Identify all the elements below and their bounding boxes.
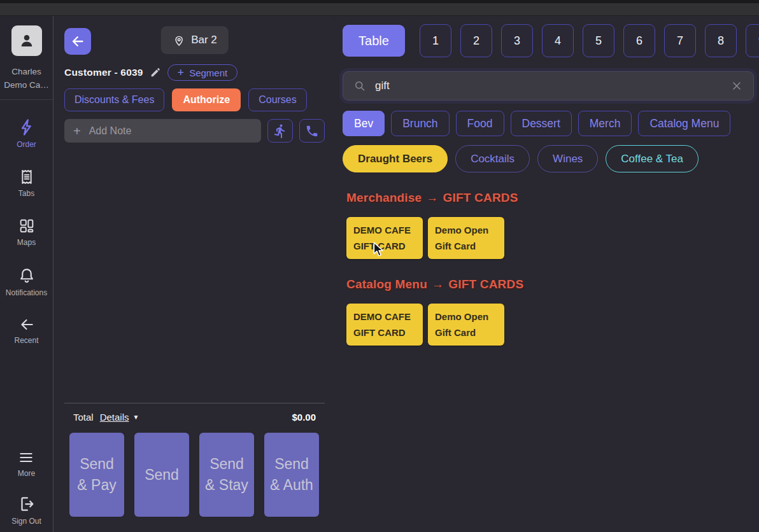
seat-5-button[interactable]: 5 (583, 24, 614, 57)
segment-label: Segment (189, 67, 227, 78)
add-note-placeholder: Add Note (89, 125, 132, 137)
phone-button[interactable] (299, 119, 325, 143)
tab-food[interactable]: Food (456, 111, 504, 136)
result-heading-merchandise: Merchandise → GIFT CARDS (346, 191, 759, 205)
customer-row: Customer - 6039 + Segment (64, 65, 325, 80)
sidebar-bottom: More Sign Out (11, 449, 41, 532)
pill-draught-beers[interactable]: Draught Beers (343, 145, 448, 172)
seat-8-button[interactable]: 8 (705, 24, 737, 57)
sidebar: Charles Demo Ca… Order Tabs Maps (0, 16, 53, 532)
sidebar-item-more[interactable]: More (16, 449, 36, 478)
sidebar-item-tabs[interactable]: Tabs (18, 168, 36, 198)
profile-button[interactable]: Charles Demo Ca… (0, 16, 53, 100)
discounts-fees-button[interactable]: Discounts & Fees (64, 88, 164, 111)
avatar (11, 25, 42, 56)
seat-7-button[interactable]: 7 (664, 24, 696, 57)
running-person-icon (273, 123, 288, 139)
sidebar-item-notifications[interactable]: Notifications (6, 266, 47, 297)
sidebar-item-label: Order (17, 140, 36, 149)
search-icon (353, 80, 366, 92)
send-pay-button[interactable]: Send & Pay (69, 433, 124, 517)
category-tabs: Bev Brunch Food Dessert Merch Catalog Me… (343, 111, 759, 136)
arrow-right-icon: → (426, 191, 438, 205)
profile-name: Charles Demo Ca… (4, 65, 49, 92)
add-segment-button[interactable]: + Segment (167, 64, 238, 81)
send-stay-button[interactable]: Send & Stay (199, 433, 254, 517)
phone-icon (305, 124, 319, 138)
authorize-button[interactable]: Authorize (172, 88, 241, 111)
result-target: GIFT CARDS (443, 191, 518, 205)
clear-search-icon[interactable] (730, 80, 743, 92)
result-category: Catalog Menu (346, 277, 427, 291)
seat-3-button[interactable]: 3 (501, 24, 533, 57)
sidebar-item-label: Notifications (6, 288, 47, 297)
location-pin-icon (172, 34, 185, 47)
chevron-down-icon[interactable]: ▼ (133, 414, 139, 421)
tab-bev[interactable]: Bev (343, 111, 385, 136)
result-heading-catalog-menu: Catalog Menu → GIFT CARDS (346, 277, 759, 291)
seat-2-button[interactable]: 2 (460, 24, 492, 57)
sidebar-item-label: Recent (14, 336, 38, 345)
seat-4-button[interactable]: 4 (542, 24, 574, 57)
bell-icon (17, 266, 36, 285)
table-button[interactable]: Table (343, 25, 405, 57)
sidebar-item-label: Tabs (18, 189, 34, 198)
plus-icon: + (73, 125, 81, 137)
back-button[interactable] (64, 28, 91, 55)
tab-merch[interactable]: Merch (578, 111, 632, 136)
sidebar-item-order[interactable]: Order (17, 118, 36, 149)
sidebar-item-signout[interactable]: Sign Out (11, 494, 41, 526)
details-toggle[interactable]: Details (100, 412, 129, 423)
demo-open-gift-card-button[interactable]: Demo Open Gift Card (428, 304, 504, 346)
demo-cafe-gift-card-button[interactable]: DEMO CAFE GIFT CARD (346, 217, 423, 259)
demo-cafe-gift-card-button[interactable]: DEMO CAFE GIFT CARD (346, 304, 423, 346)
courses-button[interactable]: Courses (248, 88, 307, 111)
sidebar-item-label: Sign Out (11, 517, 41, 526)
grid-icon (18, 217, 36, 235)
pill-cocktails[interactable]: Cocktails (455, 145, 530, 172)
seat-9-button[interactable]: 9 (746, 24, 759, 57)
plus-icon: + (178, 67, 185, 78)
send-actions: Send & Pay Send Send & Stay Send & Auth (64, 433, 325, 517)
seat-6-button[interactable]: 6 (623, 24, 655, 57)
send-button[interactable]: Send (134, 433, 189, 517)
tab-brunch[interactable]: Brunch (391, 111, 449, 136)
pill-wines[interactable]: Wines (537, 145, 598, 172)
search-input[interactable] (375, 80, 721, 92)
add-note-input[interactable]: + Add Note (64, 119, 261, 143)
sidebar-item-recent[interactable]: Recent (14, 316, 38, 345)
menu-icon (16, 449, 36, 466)
demo-open-gift-card-button[interactable]: Demo Open Gift Card (428, 217, 504, 259)
seat-1-button[interactable]: 1 (420, 24, 451, 57)
person-icon (17, 31, 36, 50)
edit-pencil-icon[interactable] (150, 67, 161, 78)
runner-button[interactable] (267, 119, 293, 143)
order-items-area (64, 143, 325, 403)
send-auth-button[interactable]: Send & Auth (264, 433, 319, 517)
order-panel: Bar 2 Customer - 6039 + Segment Discount… (54, 16, 334, 532)
window-chrome-bar (0, 0, 759, 16)
menu-panel: Table 1 2 3 4 5 6 7 8 9 Bev Brunch Food … (335, 16, 759, 532)
receipt-icon (18, 168, 36, 186)
sidebar-nav: Order Tabs Maps Notifications (6, 118, 47, 345)
search-bar (343, 71, 754, 101)
arrow-right-icon: → (432, 277, 444, 291)
divider (64, 403, 325, 403)
tab-dessert[interactable]: Dessert (511, 111, 572, 136)
sign-out-icon (16, 494, 36, 514)
arrow-left-icon (17, 316, 36, 333)
pill-coffee-tea[interactable]: Coffee & Tea (606, 145, 699, 172)
customer-label: Customer - 6039 (64, 67, 143, 78)
sidebar-item-maps[interactable]: Maps (17, 217, 36, 247)
subcategory-pills: Draught Beers Cocktails Wines Coffee & T… (343, 145, 759, 172)
note-row: + Add Note (64, 119, 325, 143)
result-target: GIFT CARDS (448, 277, 523, 291)
total-row: Total Details ▼ $0.00 (64, 409, 325, 424)
tab-catalog-menu[interactable]: Catalog Menu (638, 111, 730, 136)
sidebar-item-label: Maps (17, 238, 36, 247)
location-button[interactable]: Bar 2 (160, 26, 229, 54)
seat-selector: Table 1 2 3 4 5 6 7 8 9 (343, 24, 759, 57)
total-label: Total (73, 412, 94, 423)
order-actions: Discounts & Fees Authorize Courses (64, 88, 325, 111)
total-value: $0.00 (292, 412, 316, 423)
